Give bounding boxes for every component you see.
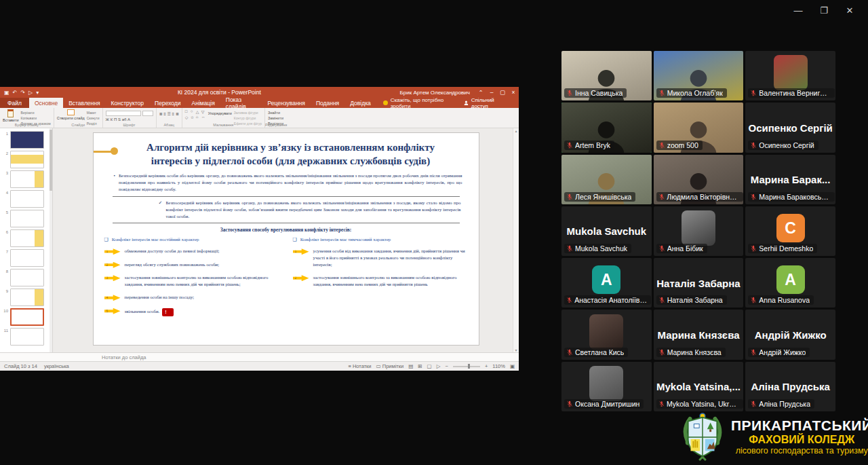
ribbon-options-button[interactable]: ⌃ [475, 89, 486, 96]
font-size-box[interactable] [142, 111, 153, 116]
participant-tile[interactable]: Інна Савицька [561, 51, 652, 100]
notes-area[interactable]: Нотатки до слайда [0, 352, 519, 361]
zoom-in-button[interactable]: + [485, 363, 488, 369]
participant-tile[interactable]: Artem Bryk [561, 103, 652, 152]
ribbon-tab[interactable]: Анімація [186, 98, 220, 108]
participant-tile[interactable]: CSerhii Demeshko [745, 206, 835, 256]
participant-tile[interactable]: Наталія ЗабарнаНаталія Забарна [654, 258, 744, 308]
ppt-close-button[interactable]: × [508, 89, 519, 96]
comments-toggle[interactable]: ▭ Примітки [376, 363, 404, 369]
font-style-buttons[interactable]: Ж К П S аб А [106, 117, 153, 122]
thumbnail-scrollbar[interactable] [50, 128, 52, 352]
new-slide-button[interactable]: Створити слайд [57, 109, 85, 122]
ppt-minimize-button[interactable]: – [486, 89, 497, 96]
measure-text: застосування зовнішнього контролю за вик… [125, 274, 282, 288]
save-icon[interactable]: ▣ [4, 90, 9, 96]
ribbon-tab[interactable]: Вставлення [63, 98, 105, 108]
participant-tile[interactable]: Mukola SavchukMukola Savchuk [561, 206, 652, 256]
ribbon-tab[interactable]: Основне [29, 98, 63, 108]
slide-command[interactable]: Скинути [87, 116, 100, 120]
canvas-scrollbar[interactable]: ▴▾ [513, 128, 519, 352]
drawing-command[interactable]: Контур фігури [234, 116, 262, 120]
paragraph-buttons[interactable]: ≣ ≡ ☰ ≡ ≣ [159, 109, 179, 122]
slide-thumbnail[interactable]: 8 [3, 269, 51, 286]
participant-tile[interactable]: zoom 500 [654, 103, 744, 152]
slide-thumbnail[interactable]: 1 [3, 131, 51, 149]
participant-tile[interactable]: Mykola Yatsina,...Mykola Yatsina, Ukrain… [654, 362, 744, 411]
participant-tile[interactable]: Людмила Вікторівна ... [654, 155, 744, 204]
participant-tile[interactable]: Андрій ЖижкоАндрій Жижко [745, 310, 835, 359]
participant-tile[interactable]: Марина Барак...Марина Бараковських [745, 155, 835, 204]
checkmark-icon: ✓ [159, 200, 163, 221]
normal-view-button[interactable]: ▤ [408, 363, 413, 369]
participant-tile[interactable]: Аліна ПрудськаАліна Прудська [745, 362, 835, 411]
restore-button[interactable]: ❐ [814, 3, 834, 18]
start-slideshow-icon[interactable]: ▷ [28, 90, 33, 96]
slide-thumbnail[interactable]: 11 [3, 328, 51, 346]
divider [113, 196, 460, 197]
zoom-out-button[interactable]: − [445, 363, 448, 369]
participant-tile[interactable]: Марина КнязєваМарина Князєва [654, 310, 744, 359]
slide-thumbnail[interactable]: 2 [3, 151, 51, 168]
slide-sorter-view-button[interactable]: ⊞ [418, 363, 422, 369]
bullet-icon: • [114, 172, 115, 193]
slide-thumbnail[interactable]: 7 [3, 249, 51, 267]
undo-icon[interactable]: ↶ [13, 90, 18, 96]
participant-tile[interactable]: AAnna Rusanova [745, 258, 835, 308]
tell-me-box[interactable]: Скажіть, що потрібно зробити [383, 98, 464, 108]
language-indicator[interactable]: українська [44, 363, 69, 369]
font-name-box[interactable] [106, 111, 141, 116]
shapes-gallery[interactable]: □○△▽◇☆⌂↔ [185, 109, 206, 122]
slide[interactable]: Алгоритм дій керівника у зв’язку із вста… [93, 132, 479, 346]
ppt-restore-button[interactable]: ▢ [497, 89, 508, 96]
ribbon-tab[interactable]: Конструктор [106, 98, 149, 108]
slide-thumbnail[interactable]: 10 [3, 308, 51, 326]
conflict-measure-item: 2застосування зовнішнього контролю за ви… [293, 274, 468, 288]
participant-tile[interactable]: Анна Бібик [654, 206, 744, 256]
ribbon-tab[interactable]: Подання [311, 98, 344, 108]
participant-name: Леся Янишівська [575, 193, 631, 201]
slide-thumbnail[interactable]: 3 [3, 170, 51, 188]
slide-thumbnail[interactable]: 9 [3, 289, 51, 306]
ribbon-tab[interactable]: Рецензування [262, 98, 310, 108]
participant-tile[interactable]: Оксана Дмитришин [561, 362, 652, 411]
participant-tile[interactable]: Валентина Вернигора [745, 51, 835, 100]
notes-toggle[interactable]: ≡ Нотатки [348, 363, 371, 369]
minimize-button[interactable]: — [788, 3, 808, 18]
reading-view-button[interactable]: ▢ [427, 363, 432, 369]
slide-command[interactable]: Макет [87, 111, 100, 115]
participant-tile[interactable]: Осипенко СергійОсипенко Сергій [745, 103, 835, 152]
zoom-slider[interactable] [453, 366, 480, 367]
participant-tile[interactable]: Светлана Кись [561, 310, 652, 359]
fit-slide-button[interactable]: ▣ [510, 363, 515, 369]
tab-file[interactable]: Файл [0, 98, 29, 108]
editing-command[interactable]: Знайти [268, 111, 283, 115]
paste-button[interactable]: Вставити [3, 109, 19, 122]
participant-tile[interactable]: Леся Янишівська [561, 155, 652, 204]
ribbon-tab[interactable]: Показ слайдів [220, 98, 262, 108]
share-button[interactable]: Спільний доступ [464, 98, 512, 108]
close-button[interactable]: ✕ [840, 3, 860, 18]
clipboard-command[interactable]: Вирізати [21, 111, 51, 115]
participant-name: Анна Бібик [667, 244, 703, 253]
participant-name-label: Валентина Вернигора [748, 88, 835, 98]
clipboard-command[interactable]: Копіювати [21, 116, 51, 120]
slide-thumbnail[interactable]: 6 [3, 229, 51, 247]
arrange-button[interactable]: Упорядкувати [208, 109, 232, 122]
group-paragraph: ≣ ≡ ☰ ≡ ≣ Абзац [157, 108, 182, 128]
editing-command[interactable]: Замінити [268, 116, 283, 120]
slide-thumbnail[interactable]: 4 [3, 190, 51, 208]
customize-qat-icon[interactable]: ▾ [36, 90, 39, 96]
slideshow-button[interactable]: ▷ [437, 363, 441, 369]
participant-tile[interactable]: AАнастасія Анатоліївна... [561, 258, 652, 308]
ribbon-tab[interactable]: Переходи [149, 98, 186, 108]
college-name-line2: ФАХОВИЙ КОЛЕДЖ [731, 434, 868, 446]
drawing-command[interactable]: Заливка фігури [234, 111, 262, 115]
participant-tile[interactable]: Микола Оглаб’як [654, 51, 744, 100]
ribbon-tab[interactable]: Довідка [344, 98, 376, 108]
slide-thumbnail-panel[interactable]: 1234567891011 [0, 128, 53, 352]
participant-name-label: Светлана Кись [564, 348, 628, 357]
zoom-level[interactable]: 110% [492, 363, 505, 369]
slide-thumbnail[interactable]: 5 [3, 210, 51, 227]
redo-icon[interactable]: ↷ [20, 90, 25, 96]
